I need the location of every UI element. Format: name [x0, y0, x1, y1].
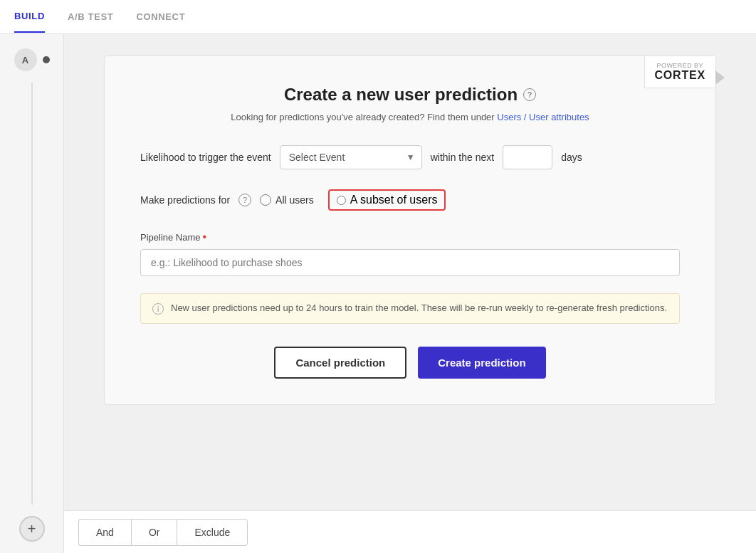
left-sidebar: A + [0, 34, 64, 553]
powered-by-label: POWERED BY [655, 62, 705, 69]
predictions-for-label: Make predictions for [140, 194, 230, 206]
cancel-prediction-button[interactable]: Cancel prediction [274, 347, 406, 379]
modal-subtitle: Looking for predictions you've already c… [140, 112, 680, 122]
required-indicator: • [203, 231, 207, 243]
sidebar-plus-button[interactable]: + [19, 516, 45, 542]
nav-connect[interactable]: CONNECT [136, 1, 185, 32]
info-icon: i [152, 303, 164, 315]
users-attributes-link[interactable]: Users / User attributes [497, 112, 589, 122]
sidebar-line [31, 83, 33, 505]
bottom-bar: And Or Exclude [64, 510, 756, 553]
or-button[interactable]: Or [131, 519, 177, 546]
sidebar-avatar: A [14, 48, 37, 71]
cortex-brand-label: CORTEX [655, 69, 705, 82]
main-layout: A + POWERED BY CORTEX Create a new user … [0, 34, 756, 553]
sidebar-dot [43, 56, 50, 63]
days-label: days [561, 152, 582, 163]
top-nav: BUILD A/B TEST CONNECT [0, 0, 756, 34]
event-row: Likelihood to trigger the event Select E… [140, 145, 680, 169]
days-input[interactable] [503, 145, 552, 169]
button-row: Cancel prediction Create prediction [140, 347, 680, 379]
and-button[interactable]: And [78, 519, 131, 546]
pipeline-section: Pipeline Name • [140, 231, 680, 276]
nav-build[interactable]: BUILD [14, 1, 45, 33]
pipeline-label: Pipeline Name • [140, 231, 680, 243]
event-select-wrapper: Select Event ▼ [280, 145, 422, 169]
exclude-button[interactable]: Exclude [177, 519, 248, 546]
content-area: POWERED BY CORTEX Create a new user pred… [64, 34, 756, 553]
side-caret-icon [715, 70, 725, 85]
pipeline-name-input[interactable] [140, 249, 680, 276]
all-users-label: All users [275, 194, 314, 206]
predictions-help-icon[interactable]: ? [238, 194, 251, 206]
radio-group: All users A subset of users [260, 189, 446, 211]
subset-users-radio[interactable] [337, 196, 346, 205]
predictions-for-row: Make predictions for ? All users A subse… [140, 189, 680, 211]
nav-ab-test[interactable]: A/B TEST [68, 1, 113, 32]
create-prediction-button[interactable]: Create prediction [418, 347, 545, 379]
all-users-radio-label[interactable]: All users [260, 194, 314, 206]
modal-card: POWERED BY CORTEX Create a new user pred… [104, 56, 716, 405]
info-box: i New user predictions need up to 24 hou… [140, 293, 680, 324]
cortex-badge: POWERED BY CORTEX [644, 56, 715, 88]
within-label: within the next [431, 152, 495, 163]
title-help-icon[interactable]: ? [523, 88, 536, 101]
all-users-radio[interactable] [260, 194, 271, 206]
modal-title: Create a new user prediction ? [140, 85, 680, 105]
subset-users-label: A subset of users [350, 194, 438, 206]
info-text: New user predictions need up to 24 hours… [171, 302, 667, 313]
subset-radio-highlighted[interactable]: A subset of users [328, 189, 446, 211]
event-select[interactable]: Select Event [280, 145, 422, 169]
event-row-label: Likelihood to trigger the event [140, 152, 271, 163]
